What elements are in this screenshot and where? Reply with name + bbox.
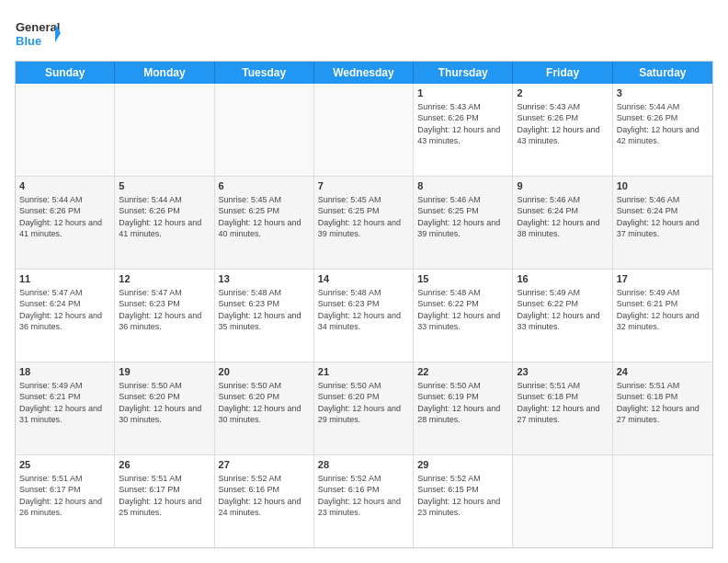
day-number: 16: [517, 272, 608, 285]
cal-cell-day-3: 3Sunrise: 5:44 AM Sunset: 6:26 PM Daylig…: [613, 84, 712, 176]
cal-cell-day-14: 14Sunrise: 5:48 AM Sunset: 6:23 PM Dayli…: [314, 270, 414, 362]
day-number: 2: [517, 86, 608, 99]
cell-info: Sunrise: 5:52 AM Sunset: 6:16 PM Dayligh…: [318, 473, 409, 518]
cell-info: Sunrise: 5:46 AM Sunset: 6:24 PM Dayligh…: [517, 194, 608, 239]
cal-cell-day-8: 8Sunrise: 5:46 AM Sunset: 6:25 PM Daylig…: [414, 177, 513, 269]
day-number: 11: [19, 272, 110, 285]
calendar-header: SundayMondayTuesdayWednesdayThursdayFrid…: [16, 62, 712, 84]
day-number: 19: [119, 365, 210, 378]
cal-cell-day-28: 28Sunrise: 5:52 AM Sunset: 6:16 PM Dayli…: [314, 455, 414, 547]
cal-cell-empty: [314, 84, 414, 176]
cal-cell-day-4: 4Sunrise: 5:44 AM Sunset: 6:26 PM Daylig…: [16, 177, 115, 269]
cal-cell-day-29: 29Sunrise: 5:52 AM Sunset: 6:15 PM Dayli…: [414, 455, 513, 547]
cal-cell-day-12: 12Sunrise: 5:47 AM Sunset: 6:23 PM Dayli…: [115, 270, 214, 362]
day-number: 20: [219, 365, 310, 378]
day-number: 13: [219, 272, 310, 285]
cal-cell-day-17: 17Sunrise: 5:49 AM Sunset: 6:21 PM Dayli…: [613, 270, 712, 362]
cell-info: Sunrise: 5:46 AM Sunset: 6:24 PM Dayligh…: [617, 194, 709, 239]
day-number: 4: [19, 179, 110, 192]
cal-cell-day-16: 16Sunrise: 5:49 AM Sunset: 6:22 PM Dayli…: [513, 270, 612, 362]
calendar-body: 1Sunrise: 5:43 AM Sunset: 6:26 PM Daylig…: [16, 84, 712, 547]
cal-cell-empty: [16, 84, 115, 176]
calendar: SundayMondayTuesdayWednesdayThursdayFrid…: [15, 61, 713, 548]
cal-cell-day-23: 23Sunrise: 5:51 AM Sunset: 6:18 PM Dayli…: [513, 362, 612, 454]
day-number: 12: [119, 272, 210, 285]
cell-info: Sunrise: 5:43 AM Sunset: 6:26 PM Dayligh…: [517, 101, 608, 146]
page-header: General Blue: [15, 15, 713, 53]
day-number: 8: [417, 179, 508, 192]
day-number: 14: [318, 272, 409, 285]
cell-info: Sunrise: 5:48 AM Sunset: 6:23 PM Dayligh…: [318, 287, 409, 332]
cell-info: Sunrise: 5:44 AM Sunset: 6:26 PM Dayligh…: [19, 194, 110, 239]
cal-header-monday: Monday: [115, 62, 214, 84]
cal-cell-day-7: 7Sunrise: 5:45 AM Sunset: 6:25 PM Daylig…: [314, 177, 414, 269]
cal-cell-day-25: 25Sunrise: 5:51 AM Sunset: 6:17 PM Dayli…: [16, 455, 115, 547]
cal-cell-empty: [513, 455, 612, 547]
day-number: 23: [517, 365, 608, 378]
day-number: 28: [318, 458, 409, 471]
svg-text:General: General: [16, 20, 60, 34]
cal-header-sunday: Sunday: [16, 62, 115, 84]
day-number: 5: [119, 179, 210, 192]
cell-info: Sunrise: 5:48 AM Sunset: 6:23 PM Dayligh…: [219, 287, 310, 332]
cal-cell-day-6: 6Sunrise: 5:45 AM Sunset: 6:25 PM Daylig…: [215, 177, 314, 269]
cell-info: Sunrise: 5:51 AM Sunset: 6:17 PM Dayligh…: [119, 473, 210, 518]
cell-info: Sunrise: 5:47 AM Sunset: 6:23 PM Dayligh…: [119, 287, 210, 332]
cal-cell-empty: [115, 84, 214, 176]
cal-cell-day-26: 26Sunrise: 5:51 AM Sunset: 6:17 PM Dayli…: [115, 455, 214, 547]
cal-cell-day-19: 19Sunrise: 5:50 AM Sunset: 6:20 PM Dayli…: [115, 362, 214, 454]
cal-cell-day-27: 27Sunrise: 5:52 AM Sunset: 6:16 PM Dayli…: [215, 455, 314, 547]
cell-info: Sunrise: 5:52 AM Sunset: 6:16 PM Dayligh…: [219, 473, 310, 518]
cal-week-4: 18Sunrise: 5:49 AM Sunset: 6:21 PM Dayli…: [16, 362, 712, 455]
cal-cell-day-15: 15Sunrise: 5:48 AM Sunset: 6:22 PM Dayli…: [414, 270, 513, 362]
cal-week-3: 11Sunrise: 5:47 AM Sunset: 6:24 PM Dayli…: [16, 270, 712, 362]
cell-info: Sunrise: 5:45 AM Sunset: 6:25 PM Dayligh…: [318, 194, 409, 239]
logo-svg: General Blue: [15, 15, 61, 53]
cal-cell-day-18: 18Sunrise: 5:49 AM Sunset: 6:21 PM Dayli…: [16, 362, 115, 454]
cell-info: Sunrise: 5:50 AM Sunset: 6:19 PM Dayligh…: [417, 380, 508, 425]
day-number: 15: [417, 272, 508, 285]
day-number: 18: [19, 365, 110, 378]
cell-info: Sunrise: 5:51 AM Sunset: 6:18 PM Dayligh…: [617, 380, 709, 425]
cell-info: Sunrise: 5:49 AM Sunset: 6:21 PM Dayligh…: [19, 380, 110, 425]
cell-info: Sunrise: 5:50 AM Sunset: 6:20 PM Dayligh…: [219, 380, 310, 425]
cell-info: Sunrise: 5:47 AM Sunset: 6:24 PM Dayligh…: [19, 287, 110, 332]
cal-week-2: 4Sunrise: 5:44 AM Sunset: 6:26 PM Daylig…: [16, 177, 712, 270]
cell-info: Sunrise: 5:46 AM Sunset: 6:25 PM Dayligh…: [417, 194, 508, 239]
logo: General Blue: [15, 15, 61, 53]
cal-cell-day-9: 9Sunrise: 5:46 AM Sunset: 6:24 PM Daylig…: [513, 177, 612, 269]
cell-info: Sunrise: 5:49 AM Sunset: 6:22 PM Dayligh…: [517, 287, 608, 332]
cell-info: Sunrise: 5:45 AM Sunset: 6:25 PM Dayligh…: [219, 194, 310, 239]
cal-header-thursday: Thursday: [414, 62, 513, 84]
cell-info: Sunrise: 5:48 AM Sunset: 6:22 PM Dayligh…: [417, 287, 508, 332]
day-number: 24: [617, 365, 709, 378]
cell-info: Sunrise: 5:51 AM Sunset: 6:17 PM Dayligh…: [19, 473, 110, 518]
day-number: 29: [417, 458, 508, 471]
svg-text:Blue: Blue: [16, 34, 41, 48]
day-number: 25: [19, 458, 110, 471]
cell-info: Sunrise: 5:51 AM Sunset: 6:18 PM Dayligh…: [517, 380, 608, 425]
cal-header-friday: Friday: [513, 62, 612, 84]
cal-cell-day-10: 10Sunrise: 5:46 AM Sunset: 6:24 PM Dayli…: [613, 177, 712, 269]
day-number: 26: [119, 458, 210, 471]
cal-cell-day-20: 20Sunrise: 5:50 AM Sunset: 6:20 PM Dayli…: [215, 362, 314, 454]
cal-cell-empty: [613, 455, 712, 547]
cal-cell-day-5: 5Sunrise: 5:44 AM Sunset: 6:26 PM Daylig…: [115, 177, 214, 269]
cal-cell-empty: [215, 84, 314, 176]
day-number: 1: [417, 86, 508, 99]
cal-cell-day-2: 2Sunrise: 5:43 AM Sunset: 6:26 PM Daylig…: [513, 84, 612, 176]
day-number: 6: [219, 179, 310, 192]
day-number: 21: [318, 365, 409, 378]
cal-week-5: 25Sunrise: 5:51 AM Sunset: 6:17 PM Dayli…: [16, 455, 712, 547]
cal-header-tuesday: Tuesday: [215, 62, 314, 84]
cal-header-wednesday: Wednesday: [314, 62, 414, 84]
cell-info: Sunrise: 5:44 AM Sunset: 6:26 PM Dayligh…: [119, 194, 210, 239]
day-number: 22: [417, 365, 508, 378]
cal-cell-day-22: 22Sunrise: 5:50 AM Sunset: 6:19 PM Dayli…: [414, 362, 513, 454]
day-number: 7: [318, 179, 409, 192]
cal-header-saturday: Saturday: [613, 62, 712, 84]
cal-cell-day-13: 13Sunrise: 5:48 AM Sunset: 6:23 PM Dayli…: [215, 270, 314, 362]
cell-info: Sunrise: 5:52 AM Sunset: 6:15 PM Dayligh…: [417, 473, 508, 518]
day-number: 3: [617, 86, 709, 99]
cell-info: Sunrise: 5:50 AM Sunset: 6:20 PM Dayligh…: [119, 380, 210, 425]
